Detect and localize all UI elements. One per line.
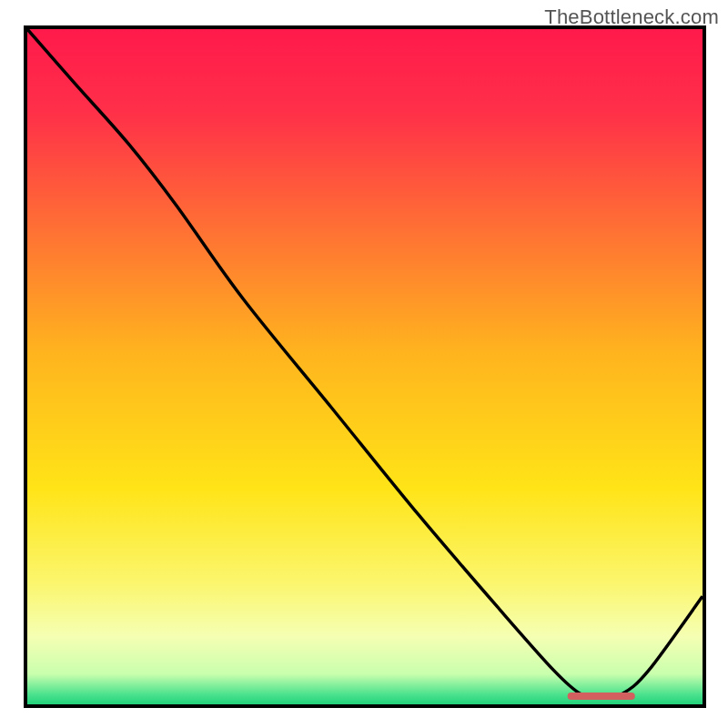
curve-layer: [27, 29, 703, 704]
bottleneck-curve: [27, 29, 703, 698]
chart-frame: TheBottleneck.com: [0, 0, 728, 728]
plot-area: [24, 25, 706, 708]
optimal-range-marker: [568, 693, 635, 700]
